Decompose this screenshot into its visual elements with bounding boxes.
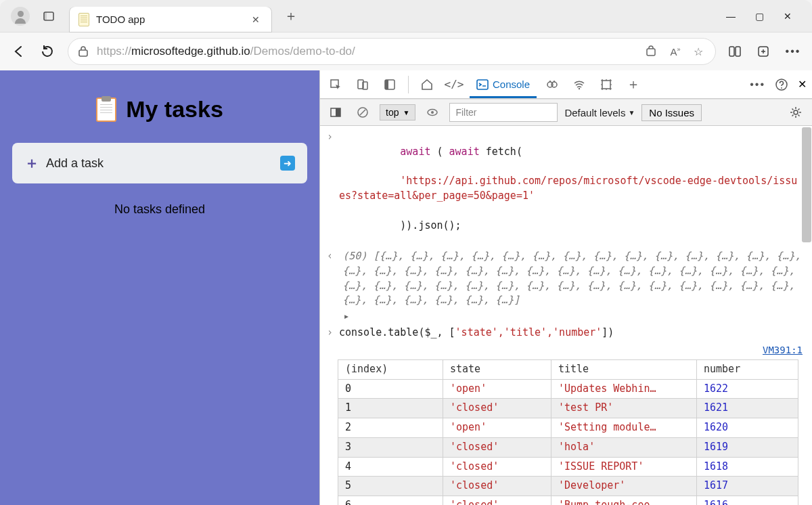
window-close-icon[interactable]: ✕ [782,11,793,22]
svg-rect-20 [336,108,340,116]
window-maximize-icon[interactable]: ▢ [754,11,765,22]
svg-rect-12 [477,80,488,89]
table-row[interactable]: 6'closed''Bump tough-coo…1616 [338,496,798,505]
tab-title: TODO app [96,14,249,25]
clipboard-icon [96,97,116,122]
table-row[interactable]: 1'closed''test PR'1621 [338,399,798,418]
elements-tab-icon[interactable]: </> [444,78,464,91]
console-table[interactable]: (index)statetitlenumber 0'open''Updates … [338,359,798,505]
svg-rect-5 [736,47,740,56]
scrollbar-thumb[interactable] [802,127,811,242]
output-chevron-icon: ‹ [327,249,339,308]
welcome-tab-icon[interactable] [417,78,437,91]
submit-task-button[interactable]: ➜ [280,156,295,171]
add-task-label: Add a task [46,156,104,171]
more-icon[interactable]: ••• [785,45,801,58]
table-row[interactable]: 3'closed''hola'1619 [338,437,798,457]
table-header[interactable]: (index) [338,359,443,379]
shopping-icon[interactable] [645,45,660,58]
svg-rect-4 [729,47,734,56]
refresh-button[interactable] [39,43,55,60]
console-input-line: › console.table($_, ['state','title','nu… [324,326,812,342]
console-result-line[interactable]: ‹ (50) [{…}, {…}, {…}, {…}, {…}, {…}, {…… [324,249,812,309]
filter-input[interactable]: Filter [449,103,558,122]
address-bar[interactable]: https://microsoftedge.github.io/Demos/de… [68,38,716,65]
sidebar-toggle-icon[interactable] [325,106,346,118]
console-output[interactable]: › await ( await fetch( 'https://api.gith… [320,126,812,505]
app-header: My tasks [7,77,313,140]
svg-rect-16 [602,81,610,89]
tab-close-icon[interactable]: ✕ [249,12,263,28]
svg-point-23 [431,111,434,114]
devtools-panel: </> Console ＋ ••• ✕ top▼ Filter Default … [319,70,812,505]
dock-icon[interactable] [380,79,400,91]
clear-console-icon[interactable] [353,106,373,118]
empty-state-text: No tasks defined [7,194,313,225]
sources-tab-icon[interactable] [542,78,562,91]
input-chevron-icon: › [327,130,339,248]
console-settings-icon[interactable] [789,106,807,119]
svg-point-24 [794,110,798,114]
context-selector[interactable]: top▼ [380,104,415,120]
plus-icon: ＋ [24,153,39,173]
console-toolbar: top▼ Filter Default levels▼ No Issues [320,99,812,126]
svg-rect-3 [647,49,655,56]
device-icon[interactable] [353,79,373,91]
console-tab[interactable]: Console [471,72,535,97]
issues-button[interactable]: No Issues [641,104,702,121]
table-header[interactable]: title [551,359,697,379]
table-row[interactable]: 5'closed''Developer'1617 [338,477,798,496]
read-aloud-icon[interactable]: A» [668,46,683,58]
expand-arrow-icon[interactable]: ▸ [340,309,353,324]
console-input-line: › await ( await fetch( 'https://api.gith… [324,130,812,249]
app-title: My tasks [126,96,223,123]
performance-tab-icon[interactable] [596,78,616,91]
svg-rect-1 [44,12,47,20]
table-row[interactable]: 4'closed''ISSUE REPORT'1618 [338,457,798,477]
collections-icon[interactable] [757,45,773,58]
devtools-close-icon[interactable]: ✕ [798,78,807,91]
log-levels-dropdown[interactable]: Default levels▼ [564,107,635,118]
svg-point-14 [551,82,557,87]
source-link[interactable]: VM391:1 [324,342,812,358]
new-tab-button[interactable]: ＋ [272,7,310,25]
back-button[interactable] [11,43,27,60]
svg-point-18 [781,87,782,89]
profile-avatar[interactable] [11,7,30,26]
title-bar: TODO app ✕ ＋ — ▢ ✕ [0,0,812,32]
table-header[interactable]: number [697,359,798,379]
app-viewport: My tasks ＋ Add a task ➜ No tasks defined [0,70,319,505]
help-icon[interactable] [775,78,788,91]
devtools-more-icon[interactable]: ••• [750,79,765,91]
svg-rect-11 [385,80,388,89]
table-row[interactable]: 2'open''Setting module…1620 [338,418,798,438]
svg-rect-2 [79,50,87,56]
add-tab-icon[interactable]: ＋ [623,75,644,93]
url-text: https://microsoftedge.github.io/Demos/de… [97,45,637,58]
browser-tab[interactable]: TODO app ✕ [69,7,272,32]
table-header[interactable]: state [443,359,551,379]
inspect-icon[interactable] [325,79,346,91]
split-screen-icon[interactable] [728,45,744,58]
devtools-tab-bar: </> Console ＋ ••• ✕ [320,70,812,99]
lock-icon [78,45,89,58]
nav-toolbar: https://microsoftedge.github.io/Demos/de… [0,32,812,70]
table-row[interactable]: 0'open''Updates Webhin…1622 [338,379,798,399]
console-tab-label: Console [493,79,530,90]
add-task-input[interactable]: ＋ Add a task ➜ [12,143,307,183]
favorite-icon[interactable]: ☆ [691,45,706,58]
svg-point-15 [579,87,580,89]
input-chevron-icon: › [327,326,339,341]
tab-favicon [78,13,89,26]
network-tab-icon[interactable] [569,78,589,91]
array-preview[interactable]: (50) [{…}, {…}, {…}, {…}, {…}, {…}, {…},… [342,249,803,308]
window-minimize-icon[interactable]: — [725,11,736,22]
tab-actions-icon[interactable] [38,5,60,27]
live-expression-icon[interactable] [422,106,443,118]
